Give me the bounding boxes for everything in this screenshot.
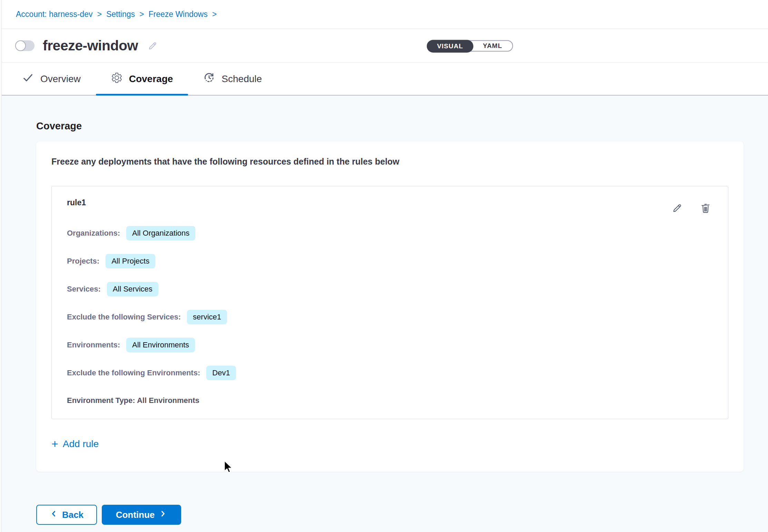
chevron-left-icon <box>50 510 58 520</box>
studio-tabs: Overview Coverage Schedule <box>0 63 768 96</box>
rule-row-label: Exclude the following Environments: <box>67 368 200 377</box>
plus-icon: + <box>51 438 58 450</box>
title-bar: freeze-window VISUAL YAML <box>0 29 768 63</box>
breadcrumb-link[interactable]: Settings <box>106 10 135 19</box>
tab-overview[interactable]: Overview <box>7 63 96 95</box>
tab-label: Schedule <box>221 73 262 85</box>
edit-title-icon[interactable] <box>147 40 158 51</box>
collapsed-sidebar-edge <box>0 0 2 532</box>
rule-row-label: Organizations: <box>67 229 120 238</box>
rule-row-chip: service1 <box>187 310 227 324</box>
rule-row-chip: All Environments <box>126 338 195 352</box>
rule-row: Organizations:All Organizations <box>67 225 711 242</box>
add-rule-label: Add rule <box>63 439 99 450</box>
rule-row-chip: All Services <box>107 282 158 296</box>
rule-row: Environments:All Environments <box>67 336 711 354</box>
environment-type-text: Environment Type: All Environments <box>67 396 711 405</box>
tab-coverage[interactable]: Coverage <box>96 63 188 95</box>
rule-row-label: Services: <box>67 285 101 294</box>
rule-row: Exclude the following Environments:Dev1 <box>67 364 711 382</box>
tab-schedule[interactable]: Schedule <box>188 63 277 95</box>
back-label: Back <box>62 510 83 520</box>
add-rule-button[interactable]: + Add rule <box>51 439 99 450</box>
rule-row: Exclude the following Services:service1 <box>67 308 711 326</box>
continue-label: Continue <box>116 510 155 520</box>
breadcrumb-link[interactable]: Freeze Windows <box>148 10 207 19</box>
check-icon <box>22 72 34 86</box>
freeze-enable-toggle[interactable] <box>15 40 35 51</box>
rule-row-label: Exclude the following Services: <box>67 313 181 322</box>
visual-toggle-button[interactable]: VISUAL <box>427 40 473 52</box>
breadcrumb-separator: > <box>97 10 101 19</box>
schedule-clock-icon <box>203 72 215 86</box>
tab-label: Overview <box>40 73 81 85</box>
continue-button[interactable]: Continue <box>102 505 181 525</box>
rule-row-label: Projects: <box>67 257 99 266</box>
edit-rule-icon[interactable] <box>671 202 683 214</box>
page-title: freeze-window <box>43 38 138 54</box>
coverage-step-content: Coverage Freeze any deployments that hav… <box>0 96 768 532</box>
rule-row: Projects:All Projects <box>67 253 711 270</box>
breadcrumb-separator: > <box>212 10 217 19</box>
tab-label: Coverage <box>129 73 173 85</box>
breadcrumb-separator: > <box>139 10 144 19</box>
coverage-card: Freeze any deployments that have the fol… <box>36 141 744 472</box>
section-title: Coverage <box>36 120 768 132</box>
chevron-right-icon <box>159 510 167 520</box>
rule-name: rule1 <box>67 198 86 207</box>
breadcrumb-link[interactable]: Account: harness-dev <box>16 10 92 19</box>
rule-row-label: Environments: <box>67 341 120 349</box>
gear-icon <box>111 72 122 86</box>
breadcrumb: Account: harness-dev>Settings>Freeze Win… <box>0 0 768 29</box>
rule-row-chip: All Projects <box>106 254 155 268</box>
breadcrumb-nav: Account: harness-dev>Settings>Freeze Win… <box>16 10 221 19</box>
rule-row: Services:All Services <box>67 280 711 298</box>
delete-rule-icon[interactable] <box>700 202 711 214</box>
visual-yaml-toggle: VISUAL YAML <box>427 40 513 51</box>
wizard-footer: Back Continue <box>36 505 768 525</box>
rule-row-chip: Dev1 <box>206 366 236 380</box>
yaml-toggle-button[interactable]: YAML <box>473 41 512 51</box>
freeze-window-studio-page: Account: harness-dev>Settings>Freeze Win… <box>0 0 768 532</box>
rule-row-chip: All Organizations <box>126 226 195 240</box>
mouse-cursor <box>221 460 235 475</box>
toggle-knob <box>15 40 26 51</box>
back-button[interactable]: Back <box>36 505 97 525</box>
coverage-description: Freeze any deployments that have the fol… <box>51 157 728 167</box>
rule-card: rule1 <box>51 186 728 419</box>
rule-rows: Organizations:All OrganizationsProjects:… <box>67 225 711 382</box>
